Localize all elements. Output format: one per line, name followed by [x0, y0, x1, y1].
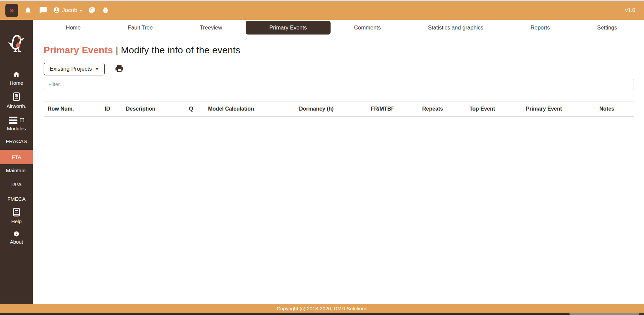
sidebar-item-home[interactable]: Home — [0, 71, 33, 86]
column-header-dormancy: Dormancy (h) — [295, 102, 367, 117]
double-chevron-right-icon: » — [9, 6, 14, 14]
tab-treeview[interactable]: Treeview — [176, 21, 246, 35]
user-menu[interactable]: Jacob — [53, 7, 83, 14]
home-icon — [12, 71, 20, 78]
existing-projects-dropdown[interactable]: Existing Projects — [44, 63, 105, 75]
print-button[interactable] — [115, 64, 124, 74]
sidebar-item-modules[interactable]: Modules — [0, 117, 33, 131]
column-header-notes: Notes — [595, 102, 634, 117]
sidebar-item-label: Airworth. — [6, 103, 26, 109]
tab-comments[interactable]: Comments — [331, 21, 404, 35]
sidebar-item-help[interactable]: Help — [0, 208, 33, 224]
sidebar-item-fracas[interactable]: FRACAS — [0, 138, 33, 144]
page-title-separator: | — [116, 45, 118, 55]
tab-primary-events[interactable]: Primary Events — [246, 21, 330, 35]
chevron-down-icon — [79, 10, 83, 12]
sidebar-collapse-button[interactable]: » — [5, 4, 18, 17]
debug-bug-icon[interactable] — [102, 6, 109, 14]
sidebar-item-label: Home — [10, 80, 23, 86]
hamburger-menu-icon — [9, 117, 17, 124]
sidebar-item-label: Modules — [7, 126, 26, 131]
sidebar-item-fmeca[interactable]: FMECA — [0, 196, 33, 202]
sidebar-item-label: About — [10, 239, 23, 245]
table-header-row: Row Num. ID Description Q Model Calculat… — [44, 102, 634, 117]
column-header-q: Q — [185, 102, 204, 117]
window-edge — [0, 0, 644, 1]
column-header-row-num: Row Num. — [44, 102, 101, 117]
column-header-top-event: Top Event — [465, 102, 522, 117]
column-header-primary-event: Primary Event — [522, 102, 595, 117]
user-name-label: Jacob — [62, 7, 77, 14]
app-window: » Jacob v1.0 — [0, 0, 644, 315]
sidebar-item-maintain[interactable]: Maintain. — [0, 168, 33, 174]
scrollbar-thumb[interactable] — [0, 313, 569, 315]
copyright-label: Copyright (c) 2018-2020, DMD Solutions — [277, 306, 367, 311]
theme-palette-icon[interactable] — [88, 6, 96, 14]
column-header-model-calculation: Model Calculation — [204, 102, 295, 117]
column-header-id: ID — [101, 102, 122, 117]
tab-settings[interactable]: Settings — [574, 21, 641, 35]
robin-bird-icon — [7, 34, 26, 53]
notifications-bell-icon[interactable] — [24, 6, 32, 14]
tab-bar: Home Fault Tree Treeview Primary Events … — [42, 21, 641, 35]
tab-fault-tree[interactable]: Fault Tree — [104, 21, 177, 35]
tab-statistics-and-graphics[interactable]: Statistics and graphics — [404, 21, 507, 35]
sidebar-item-label: Help — [11, 218, 22, 224]
app-logo[interactable] — [0, 34, 33, 53]
passport-globe-icon — [12, 92, 20, 101]
filter-input[interactable] — [44, 79, 634, 90]
page-subtitle: Modify the info of the events — [121, 45, 240, 55]
existing-projects-label: Existing Projects — [50, 66, 92, 72]
messages-chat-icon[interactable] — [39, 6, 47, 14]
topbar: » Jacob v1.0 — [0, 0, 644, 20]
sidebar: Home Airworth. — [0, 20, 33, 304]
footer: Copyright (c) 2018-2020, DMD Solutions — [0, 304, 644, 313]
page-title-accent: Primary Events — [44, 45, 113, 55]
page-content: Primary Events | Modify the info of the … — [33, 35, 644, 117]
column-header-description: Description — [122, 102, 185, 117]
book-icon — [12, 208, 20, 216]
sidebar-item-fta[interactable]: FTA — [0, 150, 33, 164]
column-header-repeats: Repeats — [418, 102, 465, 117]
sidebar-item-rpa[interactable]: RPA — [0, 182, 33, 188]
info-circle-icon — [13, 231, 19, 237]
tab-home[interactable]: Home — [42, 21, 104, 35]
sidebar-item-about[interactable]: About — [0, 231, 33, 245]
sidebar-item-airworthiness[interactable]: Airworth. — [0, 92, 33, 109]
column-header-fr-mtbf: FR/MTBF — [367, 102, 418, 117]
printer-icon — [115, 64, 124, 74]
chevron-down-icon — [95, 68, 99, 70]
primary-events-table: Row Num. ID Description Q Model Calculat… — [44, 102, 634, 117]
scrollbar-corner — [639, 313, 644, 315]
modules-toggle-caret-icon[interactable] — [20, 118, 24, 122]
toolbar: Existing Projects — [44, 63, 634, 75]
horizontal-scrollbar[interactable] — [0, 313, 644, 315]
tab-reports[interactable]: Reports — [507, 21, 574, 35]
user-circle-icon — [53, 7, 60, 14]
page-title: Primary Events | Modify the info of the … — [44, 45, 634, 56]
main-content: Home Fault Tree Treeview Primary Events … — [33, 20, 644, 304]
app-version-label: v1.0 — [625, 7, 635, 13]
